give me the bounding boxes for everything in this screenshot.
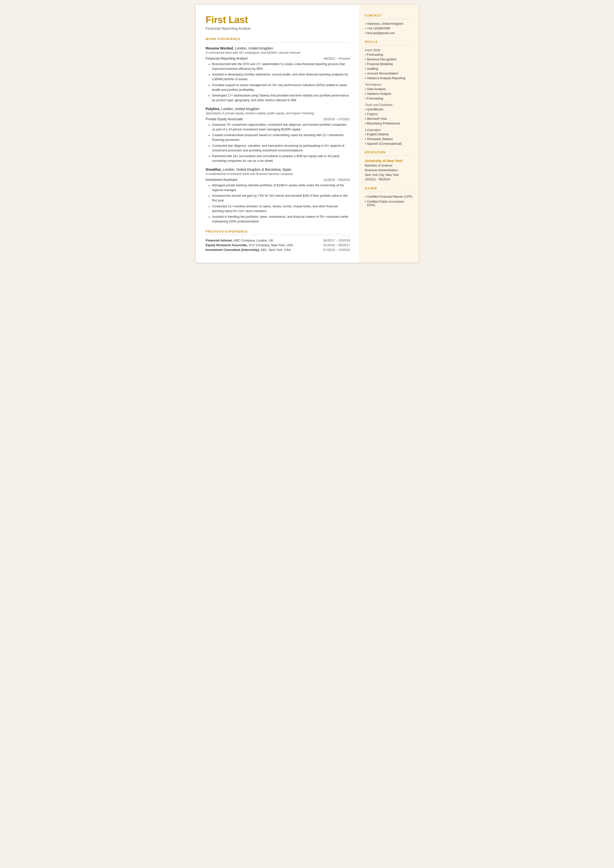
skills-divider xyxy=(365,45,412,45)
list-item: Assessed 73+ investment opportunities, c… xyxy=(209,123,350,132)
job-1-row: Financial Reporting Analyst 08/2021 – Pr… xyxy=(206,56,350,61)
edu-school: University of New York xyxy=(365,159,412,163)
education-heading: EDUCATION xyxy=(365,151,412,154)
prev-exp-left-3: Investment Consultant (Internship), ABC,… xyxy=(206,248,291,252)
job-3-bullets: Managed private banking clientele portfo… xyxy=(206,183,350,224)
sidebar: CONTACT Swansea, United Kingdom +44 1234… xyxy=(359,5,419,262)
job-2-dates: 10/2019 – 07/2021 xyxy=(323,117,350,121)
job-3-row: Investment Assistant 11/2018 – 09/2019 xyxy=(206,178,350,182)
list-item: Managed private banking clientele portfo… xyxy=(209,183,350,193)
company-1-location: London, United Kingdom xyxy=(235,46,273,50)
hard-skill-4: Auditing xyxy=(365,67,412,71)
company-3-location: London, United Kingdom & Barcelona, Spai… xyxy=(223,168,291,171)
list-item: Provided support to senior management on… xyxy=(209,83,350,92)
edu-location: New York City, New York xyxy=(365,173,399,177)
company-1-header: Resume Worded, London, United Kingdom xyxy=(206,46,350,50)
main-column: First Last Financial Reporting Analyst W… xyxy=(196,5,359,262)
contact-address: Swansea, United Kingdom xyxy=(365,22,412,26)
prev-exp-bold-2: Equity Research Associate, xyxy=(206,243,248,247)
tool-4: Bloomberg Professional xyxy=(365,122,412,126)
techniques-category: Techniques: xyxy=(365,83,412,86)
technique-2: Variance Analysis xyxy=(365,92,412,96)
edu-field: Business Administration xyxy=(365,169,398,172)
list-item: Partnered with 18+ accountants and consu… xyxy=(209,154,350,163)
company-2-desc: Specializes in private equity, venture c… xyxy=(206,112,350,115)
language-3: Spanish (Conversational) xyxy=(365,142,412,146)
job-3-title: Investment Assistant xyxy=(206,178,237,182)
prev-exp-rest-3: ABC, New York, USA xyxy=(260,248,291,252)
hard-skill-2: Revenue Recognition xyxy=(365,57,412,61)
list-item: Increased the annual net gain by 73% for… xyxy=(209,194,350,203)
contact-heading: CONTACT xyxy=(365,14,412,17)
prev-exp-left-2: Equity Research Associate, XYZ Company, … xyxy=(206,243,293,247)
prev-exp-row-2: Equity Research Associate, XYZ Company, … xyxy=(206,243,350,247)
previous-experience-divider xyxy=(206,235,350,235)
prev-exp-row-3: Investment Consultant (Internship), ABC,… xyxy=(206,248,350,252)
skills-heading: SKILLS xyxy=(365,40,412,43)
list-item: Assisted in developing monthly statement… xyxy=(209,72,350,82)
prev-exp-dates-2: 01/2016 – 05/2017 xyxy=(323,243,350,247)
previous-experience-heading: PREVIOUS EXPERIENCE xyxy=(206,230,350,233)
company-3-desc: A multinational investment bank and fina… xyxy=(206,172,350,175)
other-heading: OTHER xyxy=(365,187,412,190)
job-2-bullets: Assessed 73+ investment opportunities, c… xyxy=(206,123,350,163)
list-item: Brainstormed with the CFO and 17+ stakeh… xyxy=(209,62,350,71)
hard-skill-6: Variance Analysis Reporting xyxy=(365,76,412,80)
edu-degree-name: Bachelor of Science xyxy=(365,164,392,167)
edu-degree: Bachelor of Science Business Administrat… xyxy=(365,163,412,182)
tool-3: Microsoft Visio xyxy=(365,117,412,121)
prev-exp-rest-1: ABC Company, London, UK xyxy=(233,239,273,242)
list-item: Assisted in handling the portfolios, tax… xyxy=(209,214,350,224)
list-item: Conducted due diligence, valuation, and … xyxy=(209,143,350,153)
prev-exp-bold-3: Investment Consultant (Internship), xyxy=(206,248,260,252)
hard-skills-category: Hard Skills: xyxy=(365,48,412,52)
technique-3: Forecasting xyxy=(365,97,412,101)
company-2-header: Polyhire, London, United Kingdom xyxy=(206,107,350,111)
company-2-location: London, United Kingdom xyxy=(221,107,259,111)
languages-category: Languages: xyxy=(365,128,412,132)
prev-exp-rest-2: XYZ Company, New York, USA xyxy=(248,243,293,247)
tool-1: QuickBooks xyxy=(365,108,412,111)
company-3-header: Growthsi, London, United Kingdom & Barce… xyxy=(206,167,350,172)
candidate-name: First Last xyxy=(206,15,350,25)
contact-email: first.last@gmail.com xyxy=(365,31,412,35)
hard-skill-5: Account Reconciliation xyxy=(365,72,412,76)
resume-container: First Last Financial Reporting Analyst W… xyxy=(196,5,419,262)
edu-dates: 10/2011 - 06/2014 xyxy=(365,178,390,181)
prev-exp-bold-1: Financial Adviser, xyxy=(206,239,233,242)
other-item-1: Certified Financial Planner (CFP) xyxy=(365,195,412,199)
technique-1: Data Analysis xyxy=(365,87,412,91)
prev-exp-row-1: Financial Adviser, ABC Company, London, … xyxy=(206,239,350,242)
list-item: Conducted 11+ monthly seminars on taxes,… xyxy=(209,204,350,214)
company-1-desc: A commercial bank with 50+ employees and… xyxy=(206,51,350,54)
list-item: Created covenant-level proposals based o… xyxy=(209,133,350,142)
job-2-title: Private Equity Associate xyxy=(206,117,243,121)
language-2: Romanian (Native) xyxy=(365,137,412,141)
list-item: Developed 17+ dashboards using Tableau t… xyxy=(209,93,350,103)
work-experience-divider xyxy=(206,42,350,43)
tool-2: Cognos xyxy=(365,112,412,116)
job-1-bullets: Brainstormed with the CFO and 17+ stakeh… xyxy=(206,62,350,103)
job-2-row: Private Equity Associate 10/2019 – 07/20… xyxy=(206,117,350,121)
job-1-title: Financial Reporting Analyst xyxy=(206,56,248,61)
hard-skill-3: Financial Modeling xyxy=(365,62,412,66)
other-divider xyxy=(365,192,412,192)
company-1-name: Resume Worded, xyxy=(206,46,234,50)
language-1: English (Native) xyxy=(365,133,412,136)
company-2-name: Polyhire, xyxy=(206,107,220,111)
candidate-title: Financial Reporting Analyst xyxy=(206,26,350,30)
contact-phone: +44 1234567890 xyxy=(365,27,412,30)
other-item-2: Certified Public Accountant (CPA) xyxy=(365,200,412,207)
hard-skill-1: Forecasting xyxy=(365,53,412,57)
work-experience-heading: WORK EXPERIENCE xyxy=(206,37,350,41)
prev-exp-dates-1: 06/2017 – 10/2018 xyxy=(323,239,350,242)
job-3-dates: 11/2018 – 09/2019 xyxy=(323,178,350,182)
prev-exp-left-1: Financial Adviser, ABC Company, London, … xyxy=(206,239,273,242)
prev-exp-dates-3: 07/2014 – 12/2015 xyxy=(323,248,350,252)
job-1-dates: 08/2021 – Present xyxy=(324,57,350,61)
company-3-name: Growthsi, xyxy=(206,168,222,171)
tools-category: Tools and Software: xyxy=(365,103,412,107)
